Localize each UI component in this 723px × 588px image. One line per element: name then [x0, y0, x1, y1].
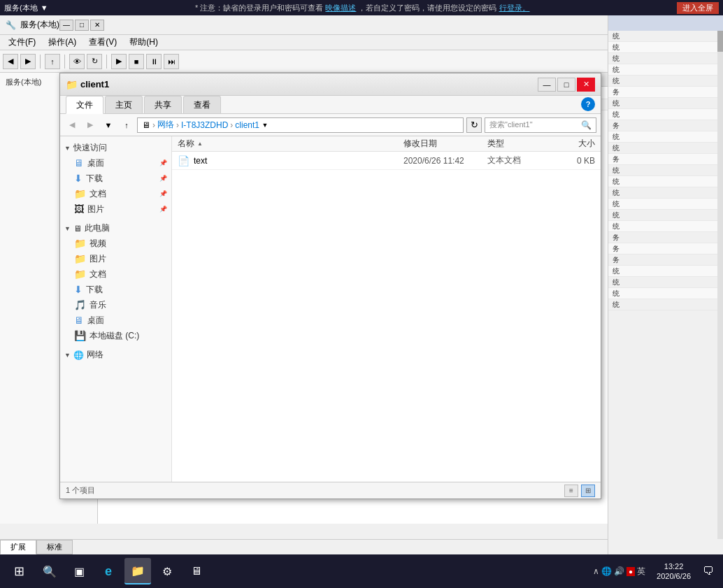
menu-view[interactable]: 查看(V)	[83, 35, 122, 50]
nav-fwd-btn[interactable]: ▶	[83, 117, 98, 133]
this-pc-header[interactable]: ▼ 🖥 此电脑	[60, 221, 171, 236]
sidebar-item-docs[interactable]: 📁 文档	[60, 266, 171, 282]
addr-refresh-btn[interactable]: ↻	[466, 117, 482, 133]
ribbon-tab-view[interactable]: 查看	[183, 96, 221, 113]
addr-network-part[interactable]: 网络	[157, 119, 174, 131]
svc-right-22[interactable]: 统	[608, 266, 723, 277]
svc-maximize-btn[interactable]: □	[75, 20, 89, 31]
search-box[interactable]: 搜索"client1" 🔍	[485, 117, 596, 133]
start-button[interactable]: ⊞	[4, 557, 34, 586]
dropdown-arrow[interactable]: ▼	[41, 3, 48, 12]
explorer-taskbar-btn[interactable]: 📁	[124, 558, 151, 585]
menu-file[interactable]: 文件(F)	[3, 35, 41, 50]
sidebar-item-pics[interactable]: 📁 图片	[60, 251, 171, 266]
svc-right-19[interactable]: 务	[608, 232, 723, 243]
nav-back-btn[interactable]: ◀	[64, 117, 80, 133]
task-view-btn[interactable]: ▣	[66, 558, 92, 585]
right-scrollbar[interactable]	[717, 31, 723, 539]
sidebar-item-music[interactable]: 🎵 音乐	[60, 297, 171, 313]
toolbar-btn-pause[interactable]: ⏸	[146, 54, 162, 69]
toolbar-btn-show[interactable]: 👁	[69, 54, 85, 69]
notice-link2[interactable]: 行登录。	[499, 3, 530, 12]
col-header-size[interactable]: 大小	[552, 138, 601, 150]
tray-datetime[interactable]: 13:22 2020/6/26	[652, 561, 695, 582]
svc-right-8[interactable]: 统	[608, 109, 723, 120]
svc-right-12[interactable]: 务	[608, 154, 723, 165]
explorer-maximize-btn[interactable]: □	[557, 78, 575, 92]
view-list-btn[interactable]: ≡	[564, 485, 578, 497]
view-detail-btn[interactable]: ⊞	[581, 485, 595, 497]
svc-right-1[interactable]: 统	[608, 31, 723, 42]
sidebar-item-desktop-quick[interactable]: 🖥 桌面 📌	[60, 155, 171, 171]
sidebar-item-downloads[interactable]: ⬇ 下载	[60, 282, 171, 297]
nav-recent-btn[interactable]: ▼	[101, 117, 116, 133]
search-icon[interactable]: 🔍	[581, 120, 592, 130]
svc-right-7[interactable]: 统	[608, 98, 723, 109]
sidebar-item-pics-quick[interactable]: 🖼 图片 📌	[60, 201, 171, 217]
svc-right-5[interactable]: 统	[608, 76, 723, 87]
svc-right-17[interactable]: 统	[608, 210, 723, 221]
addr-machine-part[interactable]: I-T8J3ZDHD	[181, 120, 228, 130]
explorer-help-btn[interactable]: ?	[581, 97, 595, 111]
svc-right-15[interactable]: 统	[608, 187, 723, 199]
svc-right-4[interactable]: 统	[608, 64, 723, 76]
svc-right-10[interactable]: 统	[608, 131, 723, 143]
svc-right-6[interactable]: 务	[608, 87, 723, 98]
addr-client-part[interactable]: client1	[235, 120, 259, 130]
network-header[interactable]: ▼ 🌐 网络	[60, 347, 171, 362]
ribbon-tab-file[interactable]: 文件	[66, 96, 103, 114]
toolbar-btn-fwd[interactable]: ▶	[20, 54, 36, 69]
svc-tab-standard[interactable]: 标准	[36, 540, 73, 554]
ribbon-tab-home[interactable]: 主页	[105, 96, 143, 113]
menu-help[interactable]: 帮助(H)	[124, 35, 164, 50]
svc-tab-extend[interactable]: 扩展	[0, 540, 36, 554]
col-header-date[interactable]: 修改日期	[398, 138, 482, 150]
svc-right-13[interactable]: 统	[608, 165, 723, 176]
notice-link1[interactable]: 映像描述	[325, 3, 356, 12]
ribbon-tab-share[interactable]: 共享	[144, 96, 182, 113]
svc-right-2[interactable]: 统	[608, 42, 723, 53]
sidebar-item-desktop[interactable]: 🖥 桌面	[60, 313, 171, 328]
tray-network-icon[interactable]: 🌐	[601, 566, 612, 576]
remote-taskbar-btn[interactable]: 🖥	[183, 558, 210, 585]
right-scrollbar-thumb[interactable]	[717, 31, 723, 52]
file-row-text[interactable]: 📄 text 2020/6/26 11:42 文本文档 0 KB	[172, 152, 601, 170]
explorer-close-btn[interactable]: ✕	[577, 78, 595, 92]
sidebar-item-videos[interactable]: 📁 视频	[60, 236, 171, 251]
toolbar-btn-play[interactable]: ▶	[111, 54, 127, 69]
search-taskbar-btn[interactable]: 🔍	[36, 558, 63, 585]
quick-access-header[interactable]: ▼ 快速访问	[60, 141, 171, 155]
tray-volume-icon[interactable]: 🔊	[614, 566, 624, 576]
address-path[interactable]: 🖥 › 网络 › I-T8J3ZDHD › client1 ▼	[137, 117, 464, 133]
svc-right-9[interactable]: 务	[608, 120, 723, 131]
toolbar-btn-up[interactable]: ↑	[45, 54, 60, 69]
svc-close-btn[interactable]: ✕	[90, 20, 104, 31]
sidebar-item-download-quick[interactable]: ⬇ 下载 📌	[60, 171, 171, 186]
svc-right-16[interactable]: 统	[608, 199, 723, 210]
svc-right-20[interactable]: 务	[608, 243, 723, 254]
tray-notification-btn[interactable]: 🗨	[698, 561, 719, 582]
svc-right-23[interactable]: 统	[608, 277, 723, 288]
svc-minimize-btn[interactable]: —	[59, 20, 73, 31]
svc-right-25[interactable]: 统	[608, 299, 723, 310]
tray-lang-icon[interactable]: 英	[637, 566, 645, 578]
fullscreen-button[interactable]: 进入全屏	[677, 2, 719, 14]
toolbar-btn-refresh[interactable]: ↻	[87, 54, 102, 69]
edge-btn[interactable]: e	[95, 558, 122, 585]
sidebar-item-docs-quick[interactable]: 📁 文档 📌	[60, 186, 171, 201]
sidebar-item-local-disk[interactable]: 💾 本地磁盘 (C:)	[60, 328, 171, 343]
svc-right-21[interactable]: 务	[608, 254, 723, 266]
tray-battery-icon[interactable]: ●	[627, 567, 635, 576]
svc-right-14[interactable]: 统	[608, 176, 723, 187]
menu-action[interactable]: 操作(A)	[43, 35, 82, 50]
svc-right-3[interactable]: 统	[608, 53, 723, 64]
addr-expand-btn[interactable]: ▼	[259, 117, 271, 133]
toolbar-btn-restart[interactable]: ⏭	[164, 54, 179, 69]
svc-right-11[interactable]: 统	[608, 143, 723, 154]
nav-up-btn[interactable]: ↑	[119, 117, 134, 133]
tray-arrow-icon[interactable]: ∧	[593, 566, 599, 576]
toolbar-btn-stop[interactable]: ■	[129, 54, 144, 69]
svc-right-18[interactable]: 统	[608, 221, 723, 232]
toolbar-btn-back[interactable]: ◀	[3, 54, 18, 69]
svc-right-24[interactable]: 统	[608, 288, 723, 299]
